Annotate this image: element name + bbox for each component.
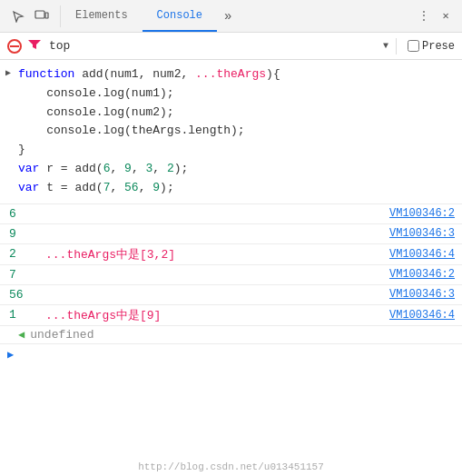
output-row-5: 56 VM100346:3 [0, 285, 462, 305]
output-row-6: 1 ...theArgs中是[9] VM100346:4 [0, 305, 462, 326]
dropdown-arrow-icon[interactable]: ▼ [383, 41, 388, 51]
expand-icon[interactable]: ▶ [5, 67, 11, 78]
toolbar-actions: ⋮ ✕ [408, 7, 462, 25]
output-row-2: 9 VM100346:3 [0, 224, 462, 244]
code-block: ▶ function add(num1, num2, ...theArgs){ … [0, 60, 462, 204]
code-line-6: var r = add(6, 9, 3, 2); [18, 160, 462, 179]
cursor-icon[interactable] [7, 5, 29, 27]
output-value-5: 56 [9, 288, 36, 302]
output-link-3[interactable]: VM100346:4 [389, 248, 455, 261]
more-tabs-button[interactable]: » [217, 0, 239, 32]
output-link-1[interactable]: VM100346:2 [389, 207, 455, 220]
output-link-5[interactable]: VM100346:3 [389, 288, 455, 301]
tab-console[interactable]: Console [143, 0, 217, 32]
three-dots-menu[interactable]: ⋮ [415, 7, 433, 25]
filter-input[interactable]: top [49, 39, 70, 53]
device-icon[interactable] [31, 5, 53, 27]
output-value-3: 2 [9, 247, 36, 261]
output-value-4: 7 [9, 268, 36, 282]
tab-elements[interactable]: Elements [61, 0, 143, 32]
output-row-4: 7 VM100346:2 [0, 265, 462, 285]
preserve-log-checkbox[interactable]: Prese [408, 40, 455, 53]
console-input-row[interactable]: ▶ [0, 344, 462, 365]
output-value-1: 6 [9, 207, 36, 221]
code-line-1: function add(num1, num2, ...theArgs){ [18, 65, 462, 84]
output-link-4[interactable]: VM100346:2 [389, 268, 455, 281]
code-line-5: } [18, 141, 462, 160]
output-row-3: 2 ...theArgs中是[3,2] VM100346:4 [0, 244, 462, 265]
filter-icon[interactable] [27, 37, 42, 55]
input-chevron-icon: ▶ [7, 348, 14, 362]
divider [396, 38, 397, 55]
tab-bar: Elements Console » ⋮ ✕ [0, 0, 462, 33]
watermark: http://blog.csdn.net/u013451157 [0, 461, 462, 472]
svg-rect-0 [35, 11, 44, 18]
output-row-1: 6 VM100346:2 [0, 204, 462, 224]
console-output: ▶ function add(num1, num2, ...theArgs){ … [0, 60, 462, 476]
code-line-3: console.log(num2); [18, 104, 462, 123]
tabs: Elements Console » [61, 0, 408, 32]
undefined-row: ◀ undefined [0, 326, 462, 344]
output-value-2: 9 [9, 227, 36, 241]
dev-tools-icons [0, 5, 61, 27]
output-comment-6: ...theArgs中是[9] [45, 307, 161, 323]
output-value-6: 1 [9, 308, 36, 322]
svg-rect-1 [45, 13, 48, 18]
undefined-text: undefined [30, 328, 93, 342]
code-line-4: console.log(theArgs.length); [18, 122, 462, 141]
close-devtools-button[interactable]: ✕ [437, 7, 455, 25]
console-toolbar: top ▼ Prese [0, 33, 462, 60]
output-comment-3: ...theArgs中是[3,2] [45, 246, 175, 263]
clear-console-button[interactable] [7, 39, 22, 54]
output-link-6[interactable]: VM100346:4 [389, 309, 455, 322]
code-line-2: console.log(num1); [18, 84, 462, 104]
output-link-2[interactable]: VM100346:3 [389, 227, 455, 240]
code-line-7: var t = add(7, 56, 9); [18, 179, 462, 198]
left-chevron-icon: ◀ [18, 328, 25, 342]
